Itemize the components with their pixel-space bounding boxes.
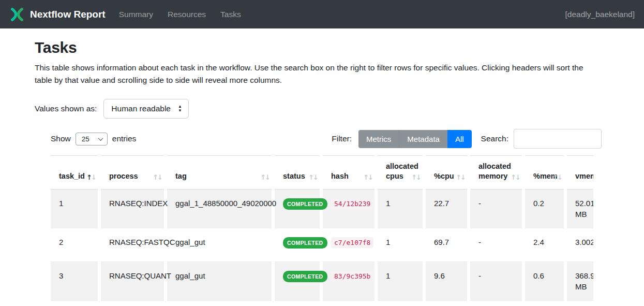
cell-pmem: 0.6 xyxy=(525,261,564,300)
sort-arrows-icon xyxy=(363,173,372,182)
cell-allocated-cpus: 1 xyxy=(378,261,423,300)
cell-task-id: 3 xyxy=(51,261,98,300)
table-controls: Show 25 entries Filter: Metrics Metadata… xyxy=(51,129,602,149)
cell-tag: ggal_gut xyxy=(167,228,272,261)
col-header-task-id[interactable]: task_id xyxy=(51,155,98,190)
values-shown-label: Values shown as: xyxy=(35,104,97,113)
cell-allocated-memory: - xyxy=(470,190,522,228)
hash-code: c7/e107f8 xyxy=(331,237,373,248)
table-row[interactable]: 4 MULTIQC - COMPLETED 94/c235e1 1 42.8 -… xyxy=(51,300,593,306)
header-row: task_id process tag status hash allocate… xyxy=(51,155,593,190)
cell-pcpu: 42.8 xyxy=(426,300,467,306)
cell-status: COMPLETED xyxy=(275,228,320,261)
filter-metadata-button[interactable]: Metadata xyxy=(399,130,447,148)
sort-arrows-icon xyxy=(308,173,318,182)
cell-pcpu: 9.6 xyxy=(426,261,467,300)
col-header-vmem[interactable]: vmem xyxy=(567,155,593,190)
page-title: Tasks xyxy=(35,39,609,56)
col-header-allocated-cpus[interactable]: allocated cpus xyxy=(378,155,423,190)
sort-arrows-icon xyxy=(411,173,421,182)
filter-metrics-button[interactable]: Metrics xyxy=(358,130,399,148)
cell-tag: - xyxy=(167,300,272,306)
select-arrows-icon: ▲▼ xyxy=(178,105,182,112)
cell-status: COMPLETED xyxy=(275,300,320,306)
table-row[interactable]: 1 RNASEQ:INDEX ggal_1_48850000_49020000 … xyxy=(51,190,593,228)
filter-button-group: Metrics Metadata All xyxy=(358,130,472,148)
entries-per-page-value: 25 xyxy=(82,135,89,143)
cell-hash: 83/9c395b xyxy=(323,261,375,300)
col-header-status[interactable]: status xyxy=(275,155,320,190)
cell-task-id: 1 xyxy=(51,190,98,228)
nav-item-resources[interactable]: Resources xyxy=(168,10,206,19)
filter-all-button[interactable]: All xyxy=(447,130,472,148)
cell-vmem: 368.95 MB xyxy=(567,261,593,300)
sort-arrows-icon xyxy=(456,173,465,182)
tasks-table-section: Show 25 entries Filter: Metrics Metadata… xyxy=(51,129,602,306)
cell-allocated-cpus: 1 xyxy=(378,190,423,228)
cell-pmem: 0.2 xyxy=(525,190,564,228)
filter-label: Filter: xyxy=(332,134,352,143)
tasks-table: task_id process tag status hash allocate… xyxy=(51,155,593,306)
sort-arrows-icon xyxy=(511,173,520,182)
brand[interactable]: Nextflow Report xyxy=(9,7,106,22)
cell-pmem: 2.4 xyxy=(525,228,564,261)
values-shown-selected: Human readable xyxy=(111,104,171,113)
page-description: This table shows information about each … xyxy=(35,62,603,86)
status-badge: COMPLETED xyxy=(283,237,327,249)
values-shown-row: Values shown as: Human readable ▲▼ xyxy=(35,99,609,119)
cell-status: COMPLETED xyxy=(275,261,320,300)
sort-arrows-icon xyxy=(86,173,96,182)
nav-item-summary[interactable]: Summary xyxy=(119,10,153,19)
navbar: Nextflow Report Summary Resources Tasks … xyxy=(0,0,644,28)
col-header-pcpu[interactable]: %cpu xyxy=(426,155,467,190)
entries-per-page-select[interactable]: 25 xyxy=(76,133,108,145)
cell-pcpu: 22.7 xyxy=(426,190,467,228)
table-row[interactable]: 3 RNASEQ:QUANT ggal_gut COMPLETED 83/9c3… xyxy=(51,261,593,300)
cell-allocated-cpus: 1 xyxy=(378,300,423,306)
cell-tag: ggal_1_48850000_49020000 xyxy=(167,190,272,228)
cell-pmem: 1.4 xyxy=(525,300,564,306)
col-header-process[interactable]: process xyxy=(101,155,164,190)
values-shown-select[interactable]: Human readable ▲▼ xyxy=(103,99,189,119)
nextflow-logo-icon xyxy=(9,7,25,22)
brand-title: Nextflow Report xyxy=(30,9,106,20)
sort-arrows-icon xyxy=(552,173,562,182)
cell-tag: ggal_gut xyxy=(167,261,272,300)
table-row[interactable]: 2 RNASEQ:FASTQC ggal_gut COMPLETED c7/e1… xyxy=(51,228,593,261)
entries-label: entries xyxy=(112,134,137,143)
col-header-pmem[interactable]: %mem xyxy=(525,155,564,190)
nav-links: Summary Resources Tasks xyxy=(119,10,241,19)
cell-process: RNASEQ:INDEX xyxy=(101,190,164,228)
show-label: Show xyxy=(51,134,71,143)
col-header-allocated-memory[interactable]: allocated memory xyxy=(470,155,522,190)
nav-item-tasks[interactable]: Tasks xyxy=(220,10,241,19)
sort-arrows-icon xyxy=(153,173,162,182)
col-header-hash[interactable]: hash xyxy=(323,155,375,190)
cell-vmem: 52.016 MB xyxy=(567,190,593,228)
cell-process: RNASEQ:FASTQC xyxy=(101,228,164,261)
cell-allocated-memory: - xyxy=(470,300,522,306)
hash-code: 83/9c395b xyxy=(331,271,373,282)
cell-pcpu: 69.7 xyxy=(426,228,467,261)
hash-code: 54/12b239 xyxy=(331,198,373,209)
cell-status: COMPLETED xyxy=(275,190,320,228)
cell-task-id: 2 xyxy=(51,228,98,261)
filter-search-group: Filter: Metrics Metadata All Search: xyxy=(332,129,602,149)
status-badge: COMPLETED xyxy=(283,271,327,282)
cell-vmem: 571.58 MB xyxy=(567,300,593,306)
cell-hash: 54/12b239 xyxy=(323,190,375,228)
run-name: [deadly_baekeland] xyxy=(565,10,635,19)
cell-vmem: 3.002 xyxy=(567,228,593,261)
col-header-tag[interactable]: tag xyxy=(167,155,272,190)
cell-allocated-memory: - xyxy=(470,228,522,261)
cell-process: RNASEQ:QUANT xyxy=(101,261,164,300)
search-input[interactable] xyxy=(514,129,602,149)
search-label: Search: xyxy=(481,134,508,143)
cell-task-id: 4 xyxy=(51,300,98,306)
tasks-table-viewport[interactable]: task_id process tag status hash allocate… xyxy=(51,155,593,306)
status-badge: COMPLETED xyxy=(283,198,327,210)
show-entries-group: Show 25 entries xyxy=(51,133,136,145)
cell-allocated-memory: - xyxy=(470,261,522,300)
cell-hash: c7/e107f8 xyxy=(323,228,375,261)
sort-arrows-icon xyxy=(260,173,269,182)
